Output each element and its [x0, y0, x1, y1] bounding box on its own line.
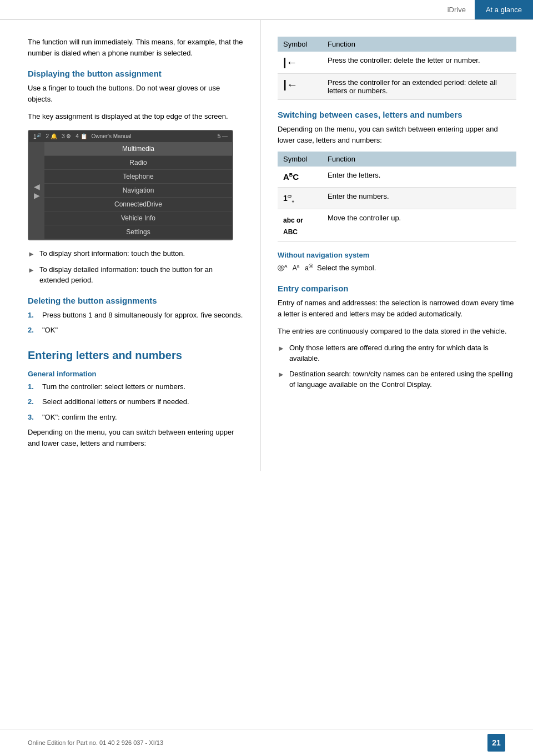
function-move-up: Move the controller up. [322, 209, 516, 242]
menu-navigation: Navigation [44, 184, 232, 198]
menu-telephone: Telephone [44, 170, 232, 184]
step-text-2: "OK" [42, 325, 58, 336]
symbol-abc-letters: ABC [278, 167, 322, 188]
edition-text: Online Edition for Part no. 01 40 2 926 … [28, 739, 163, 746]
without-nav-function: Select the symbol. [317, 264, 376, 272]
symbol-numbers: 1@+ [278, 188, 322, 209]
entry-bullet-1: ► Only those letters are offered during … [278, 342, 516, 364]
page-header: iDrive At a glance [0, 0, 533, 20]
section-entering-heading: Entering letters and numbers [28, 349, 244, 362]
screen-arrow-left: ◀ [34, 182, 40, 191]
delete-step-1: 1. Press buttons 1 and 8 simultaneously … [28, 310, 244, 321]
numbers-icon: 1@+ [283, 194, 294, 203]
table1-header-symbol: Symbol [278, 37, 322, 52]
bullet-detailed-info: ► To display detailed information: touch… [28, 264, 244, 286]
symbol-backspace-long: |← [278, 74, 322, 100]
page-number: 21 [487, 734, 505, 752]
table-row: |← Press the controller for an extended … [278, 74, 516, 100]
enter-para-end: Depending on the menu, you can switch be… [28, 427, 244, 449]
displaying-para1: Use a finger to touch the buttons. Do no… [28, 83, 244, 105]
bullet-text-1: To display short information: touch the … [39, 248, 185, 260]
switching-intro: Depending on the menu, you can switch be… [278, 124, 516, 146]
main-content: The function will run immediately. This … [0, 20, 533, 471]
left-column: The function will run immediately. This … [0, 20, 261, 471]
function-delete-letter: Press the controller: delete the letter … [322, 52, 516, 74]
enter-step-1: 1. Turn the controller: select letters o… [28, 381, 244, 392]
delete-symbol-table: Symbol Function |← Press the controller:… [278, 37, 516, 100]
entry-bullet-arrow-2: ► [278, 369, 285, 390]
abc-or-ABC-icon: abc or ABC [283, 216, 303, 236]
general-info-subheading: General information [28, 370, 244, 378]
menu-settings: Settings [44, 225, 232, 239]
symbol-abc-or-ABC: abc or ABC [278, 209, 322, 242]
enter-step-text-1: Turn the controller: select letters or n… [42, 381, 185, 392]
screen-arrow-right: ▶ [34, 191, 40, 200]
idrive-label: iDrive [439, 6, 475, 14]
screen-tab-5: 5 — [218, 133, 228, 139]
table-row: |← Press the controller: delete the lett… [278, 52, 516, 74]
section-displaying-heading: Displaying the button assignment [28, 69, 244, 78]
table2-header-symbol: Symbol [278, 152, 322, 167]
enter-step-num-3: 3. [28, 412, 38, 423]
abc-letters-icon: ABC [283, 172, 299, 182]
switching-symbol-table: Symbol Function ABC Enter the letters. 1… [278, 152, 516, 242]
enter-step-text-2: Select additional letters or numbers if … [42, 396, 189, 407]
function-enter-numbers: Enter the numbers. [322, 188, 516, 209]
screen-tab-3: 3 ⚙ [62, 133, 71, 139]
table-row: ABC Enter the letters. [278, 167, 516, 188]
menu-connecteddrive: ConnectedDrive [44, 198, 232, 211]
entry-comparison-para1: Entry of names and addresses: the select… [278, 298, 516, 320]
screen-mockup: 1🔊 2 🔔 3 ⚙ 4 📋 Owner's Manual 5 — ◀ ▶ Mu… [28, 130, 233, 240]
intro-paragraph: The function will run immediately. This … [28, 37, 244, 59]
table-row: abc or ABC Move the controller up. [278, 209, 516, 242]
entry-bullet-text-1: Only those letters are offered during th… [289, 342, 516, 364]
without-nav-heading: Without navigation system [278, 251, 516, 259]
entry-bullet-arrow-1: ► [278, 343, 285, 364]
enter-step-text-3: "OK": confirm the entry. [42, 412, 117, 423]
menu-radio: Radio [44, 156, 232, 170]
without-nav-symbols: ⓐA Aa aⓐ [278, 264, 313, 272]
screen-tabs: 1🔊 2 🔔 3 ⚙ 4 📋 Owner's Manual [33, 133, 132, 140]
delete-step-2: 2. "OK" [28, 325, 244, 336]
menu-multimedia: Multimedia [44, 142, 232, 156]
ataglance-label: At a glance [475, 0, 533, 19]
entry-bullet-text-2: Destination search: town/city names can … [289, 369, 516, 390]
section-switching-heading: Switching between cases, letters and num… [278, 110, 516, 119]
screen-tab-manual: Owner's Manual [92, 133, 132, 139]
entry-comparison-para2: The entries are continuously compared to… [278, 326, 516, 337]
screen-sidebar: ◀ ▶ [29, 142, 44, 239]
step-number-1: 1. [28, 310, 38, 321]
section-deleting-heading: Deleting the button assignments [28, 296, 244, 305]
table2-header-function: Function [322, 152, 516, 167]
enter-step-2: 2. Select additional letters or numbers … [28, 396, 244, 407]
function-enter-letters: Enter the letters. [322, 167, 516, 188]
page-footer: Online Edition for Part no. 01 40 2 926 … [0, 729, 533, 756]
screen-menu: Multimedia Radio Telephone Navigation Co… [44, 142, 232, 239]
step-text-1: Press buttons 1 and 8 simultaneously for… [42, 310, 243, 321]
section-entry-comparison-heading: Entry comparison [278, 284, 516, 293]
bullet-arrow-2: ► [28, 265, 35, 286]
symbol-backspace-short: |← [278, 52, 322, 74]
right-column: Symbol Function |← Press the controller:… [261, 20, 533, 471]
entry-bullet-2: ► Destination search: town/city names ca… [278, 369, 516, 390]
bullet-short-info: ► To display short information: touch th… [28, 248, 244, 260]
backspace-icon: |← [283, 56, 298, 68]
bullet-text-2: To display detailed information: touch t… [39, 264, 244, 286]
screen-tab-4: 4 📋 [76, 133, 87, 139]
table1-header-function: Function [322, 37, 516, 52]
function-delete-all: Press the controller for an extended per… [322, 74, 516, 100]
step-number-2: 2. [28, 325, 38, 336]
bullet-arrow-1: ► [28, 249, 35, 260]
screen-tab-2: 2 🔔 [46, 133, 57, 139]
screen-tab-1: 1🔊 [33, 133, 42, 140]
enter-step-3: 3. "OK": confirm the entry. [28, 412, 244, 423]
menu-vehicleinfo: Vehicle Info [44, 211, 232, 225]
enter-step-num-1: 1. [28, 381, 38, 392]
screen-content-area: ◀ ▶ Multimedia Radio Telephone Navigatio… [29, 142, 232, 239]
screen-topbar: 1🔊 2 🔔 3 ⚙ 4 📋 Owner's Manual 5 — [29, 131, 232, 142]
table-row: 1@+ Enter the numbers. [278, 188, 516, 209]
without-nav-text: ⓐA Aa aⓐ Select the symbol. [278, 263, 516, 274]
displaying-para2: The key assignment is displayed at the t… [28, 111, 244, 122]
enter-step-num-2: 2. [28, 396, 38, 407]
backspace-extended-icon: |← [283, 78, 298, 90]
